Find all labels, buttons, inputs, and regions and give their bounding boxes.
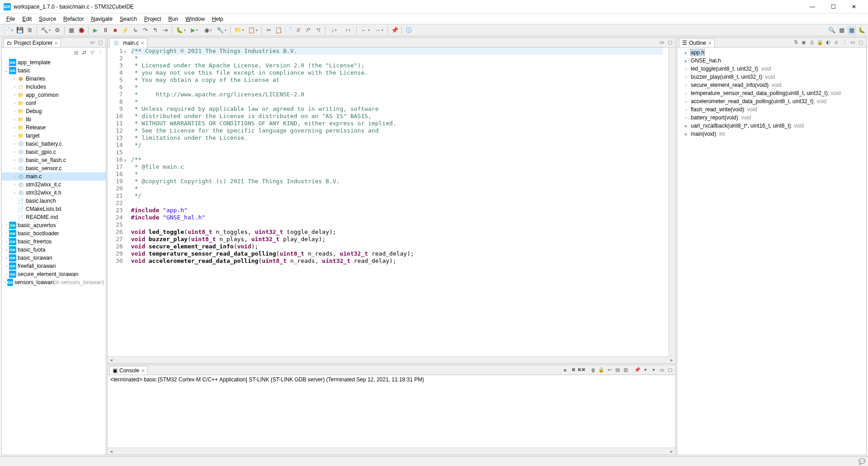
expand-icon[interactable]: › <box>12 150 17 154</box>
new-class-button[interactable]: 📋 <box>246 26 259 35</box>
paste-button[interactable]: 📄 <box>284 26 293 35</box>
build-all-button[interactable]: ⚙ <box>53 26 62 35</box>
coverage-button[interactable]: ◉ <box>202 26 214 35</box>
expand-icon[interactable]: › <box>12 117 17 122</box>
tree-item[interactable]: ›IDEsensors_loawan (in sensors_lorawan) <box>2 278 106 286</box>
menu-source[interactable]: Source <box>35 15 60 23</box>
hide-static-icon[interactable]: S <box>808 39 816 46</box>
open-console-icon[interactable]: ▾ <box>650 366 657 374</box>
group-includes-icon[interactable]: # <box>833 39 840 46</box>
maximize-editor-icon[interactable]: ▢ <box>666 39 674 46</box>
link-editor-icon[interactable]: ⇄ <box>80 49 88 56</box>
debug-button[interactable]: 🐛 <box>175 26 187 35</box>
expand-icon[interactable]: ⌄ <box>4 68 9 73</box>
filter-icon[interactable]: ▽ <box>89 49 96 56</box>
expand-icon[interactable]: › <box>4 272 9 276</box>
expand-icon[interactable]: › <box>12 133 17 138</box>
notification-icon[interactable]: 💬 <box>859 458 865 465</box>
back-button[interactable]: ← <box>359 26 372 35</box>
save-button[interactable]: 💾 <box>15 26 24 35</box>
outline-item[interactable]: ●uart_rxcallback(uint8_t*, uint16_t, uin… <box>677 122 866 130</box>
disconnect-button[interactable]: ⚡ <box>121 26 130 35</box>
tree-item[interactable]: ⌄IDEbasic <box>2 67 106 75</box>
scroll-lock-icon[interactable]: 🔒 <box>598 366 605 374</box>
scroll-left-icon[interactable]: ◄ <box>108 449 115 454</box>
tree-item[interactable]: ›⬢Binaries <box>2 75 106 83</box>
expand-icon[interactable]: › <box>4 239 9 244</box>
tree-item[interactable]: ›ⓒmain.c <box>2 172 106 181</box>
clear-console-icon[interactable]: 🗑 <box>590 366 597 374</box>
expand-icon[interactable]: › <box>4 247 9 252</box>
menu-search[interactable]: Search <box>116 15 141 23</box>
block-comment-button[interactable]: /* <box>304 26 313 35</box>
tree-item[interactable]: ›IDEbasic_lorawan <box>2 254 106 262</box>
remove-all-icon[interactable]: ✖✖ <box>578 366 585 374</box>
prev-annotation-button[interactable]: ↑ <box>341 26 354 35</box>
new-source-button[interactable]: 📁 <box>233 26 245 35</box>
toggle-comment-button[interactable]: // <box>294 26 303 35</box>
outline-tab[interactable]: ☰ Outline ✕ <box>679 38 715 47</box>
code-area[interactable]: /** Copyright © 2021 The Things Industri… <box>131 48 668 356</box>
project-explorer-tab[interactable]: 🗀 Project Explorer ✕ <box>4 38 61 47</box>
debug-perspective[interactable]: 🐞 <box>77 26 86 35</box>
outline-item[interactable]: ○temperature_sensor_read_data_polling(ui… <box>677 89 866 97</box>
tree-item[interactable]: ›IDEsecure_element_lorawan <box>2 270 106 278</box>
editor-scrollbar[interactable] <box>668 48 675 356</box>
forward-button[interactable]: → <box>373 26 385 35</box>
expand-icon[interactable]: › <box>12 109 17 114</box>
editor-tab-main[interactable]: ⓒ main.c ✕ <box>109 38 147 48</box>
outline-item[interactable]: ○flash_read_write(void) : void <box>677 105 866 114</box>
hide-non-public-icon[interactable]: 🔒 <box>816 39 824 46</box>
close-icon[interactable]: ✕ <box>141 41 144 46</box>
outline-item[interactable]: ▸app.h <box>677 48 866 57</box>
tree-item[interactable]: ›ⓗstm32wlxx_it.h <box>2 189 106 197</box>
open-perspective[interactable]: ▦ <box>67 26 76 35</box>
display-selected-icon[interactable]: ▾ <box>642 366 649 374</box>
expand-icon[interactable]: › <box>12 125 17 130</box>
tree-item[interactable]: ›ⓒbasic_se_flash.c <box>2 156 106 164</box>
expand-icon[interactable]: › <box>4 280 7 285</box>
scroll-right-icon[interactable]: ► <box>668 358 675 362</box>
expand-icon[interactable]: › <box>12 85 17 89</box>
collapse-all-icon[interactable]: ⊟ <box>72 49 80 56</box>
tree-item[interactable]: ›⬡Includes <box>2 83 106 91</box>
maximize-outline-icon[interactable]: ▢ <box>857 39 864 46</box>
menu-refactor[interactable]: Refactor <box>60 15 87 23</box>
tree-item[interactable]: ›IDEapp_template <box>2 58 106 67</box>
expand-icon[interactable]: › <box>4 223 9 228</box>
expand-icon[interactable]: › <box>12 174 17 179</box>
perspective-c-button[interactable]: ▦ <box>847 26 856 35</box>
tree-item[interactable]: 📄basic.launch <box>2 197 106 205</box>
menu-project[interactable]: Project <box>141 15 165 23</box>
expand-icon[interactable]: › <box>4 60 9 65</box>
expand-icon[interactable]: › <box>12 158 17 162</box>
show-when-stdout-icon[interactable]: ▤ <box>614 366 621 374</box>
tree-item[interactable]: ›📁lib <box>2 115 106 124</box>
open-perspective-button[interactable]: ▦ <box>837 26 846 35</box>
menu-file[interactable]: File <box>3 15 19 23</box>
console-hscroll[interactable]: ◄ ► <box>108 447 675 455</box>
expand-icon[interactable]: › <box>12 166 17 171</box>
tree-item[interactable]: ›IDEbasic_freertos <box>2 238 106 246</box>
minimize-outline-icon[interactable]: ▭ <box>849 39 856 46</box>
expand-icon[interactable]: › <box>12 101 17 105</box>
menu-navigate[interactable]: Navigate <box>87 15 116 23</box>
maximize-button[interactable]: ☐ <box>823 0 844 14</box>
editor-hscroll[interactable]: ◄ ► <box>108 356 675 363</box>
tree-item[interactable]: ›IDEbasic_bootloader <box>2 229 106 238</box>
outline-item[interactable]: ○accelerometer_read_data_polling(uint8_t… <box>677 97 866 105</box>
suspend-button[interactable]: ⏸ <box>101 26 110 35</box>
outline-item[interactable]: ○led_toggle(uint8_t, uint32_t) : void <box>677 65 866 73</box>
expand-icon[interactable]: › <box>12 190 17 195</box>
tree-item[interactable]: 📄CMakeLists.txt <box>2 205 106 213</box>
close-icon[interactable]: ✕ <box>141 368 145 373</box>
maximize-panel-icon[interactable]: ▢ <box>97 39 104 46</box>
expand-icon[interactable]: › <box>12 76 17 81</box>
tree-item[interactable]: ›IDEbasic_fuota <box>2 246 106 254</box>
next-annotation-button[interactable]: ↓ <box>328 26 340 35</box>
tree-item[interactable]: ›IDEbasic_azurertos <box>2 221 106 229</box>
tree-item[interactable]: ›📁app_common <box>2 91 106 99</box>
close-icon[interactable]: ✕ <box>708 41 712 46</box>
run-button[interactable]: ▶ <box>188 26 201 35</box>
expand-icon[interactable]: › <box>4 256 9 260</box>
